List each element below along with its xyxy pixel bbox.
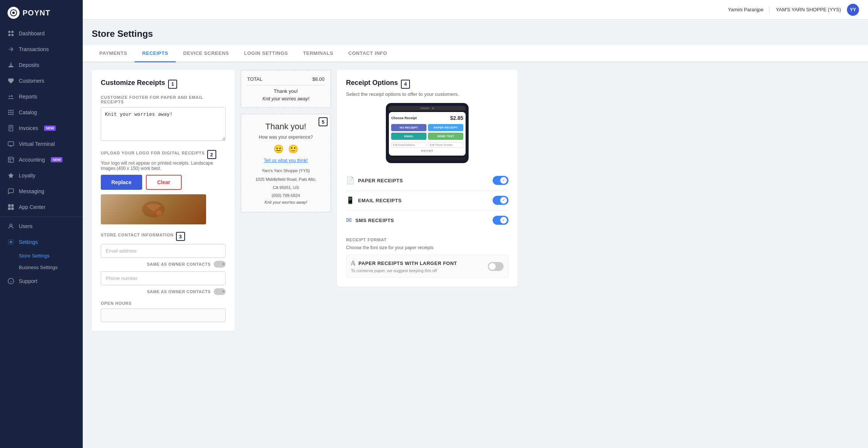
sidebar-item-app-center[interactable]: App Center bbox=[0, 199, 83, 215]
device-paper-btn[interactable]: PAPER RECEIPT bbox=[428, 124, 463, 131]
email-receipt-label: EMAIL RECEIPTS bbox=[358, 198, 402, 203]
upload-label: UPLOAD YOUR LOGO FOR DIGITAL RECEIPTS bbox=[101, 151, 205, 155]
svg-rect-7 bbox=[8, 98, 14, 99]
sidebar-item-users[interactable]: Users bbox=[0, 218, 83, 234]
replace-button[interactable]: Replace bbox=[101, 175, 142, 190]
svg-rect-21 bbox=[11, 204, 14, 207]
tab-login-settings[interactable]: LOGIN SETTINGS bbox=[237, 45, 296, 62]
email-receipt-toggle[interactable] bbox=[493, 196, 508, 205]
receipt-tell-us[interactable]: Tell us what you think! bbox=[247, 158, 325, 163]
page-content: Store Settings PAYMENTS RECEIPTS DEVICE … bbox=[83, 20, 868, 448]
step-badge-3: 3 bbox=[176, 232, 185, 241]
topbar-divider bbox=[769, 6, 770, 14]
footer-textarea[interactable]: Knit your worries away! bbox=[101, 107, 226, 141]
subnav-store-settings[interactable]: Store Settings bbox=[19, 250, 83, 262]
receipt-footer-preview: Knit your worries away! bbox=[247, 96, 325, 101]
device-brand: POYNT bbox=[391, 149, 463, 153]
same-as-phone-toggle[interactable] bbox=[214, 288, 226, 295]
tab-payments[interactable]: PAYMENTS bbox=[92, 45, 135, 62]
sidebar-label-loyalty: Loyalty bbox=[19, 173, 35, 179]
device-screen: Choose Receipt $2.85 NO RECEIPT PAPER RE… bbox=[389, 112, 466, 156]
sidebar-item-accounting[interactable]: Accounting new bbox=[0, 152, 83, 168]
store-contact-section: STORE CONTACT INFORMATION 3 SAME AS OWNE… bbox=[101, 232, 226, 295]
sidebar-logo: POYNT bbox=[0, 0, 83, 26]
sidebar-item-settings[interactable]: Settings bbox=[0, 234, 83, 250]
receipt-total-amount: $8.00 bbox=[312, 76, 325, 82]
email-input[interactable] bbox=[101, 244, 226, 258]
customize-title: Customize Receipts bbox=[101, 79, 165, 87]
face-happy: 🙂 bbox=[288, 144, 298, 154]
face-neutral: 😐 bbox=[273, 144, 284, 154]
sidebar-item-catalog[interactable]: Catalog bbox=[0, 104, 83, 120]
svg-rect-2 bbox=[8, 31, 10, 33]
svg-rect-16 bbox=[12, 114, 14, 115]
sidebar-item-deposits[interactable]: Deposits bbox=[0, 57, 83, 73]
sms-receipt-label: SMS RECEIPTS bbox=[355, 218, 394, 223]
device-edit-phone[interactable]: Edit Phone Number bbox=[428, 142, 463, 148]
device-no-receipt-btn[interactable]: NO RECEIPT bbox=[391, 124, 426, 131]
same-as-email-toggle[interactable] bbox=[214, 261, 226, 268]
sidebar-item-dashboard[interactable]: Dashboard bbox=[0, 26, 83, 41]
tab-terminals[interactable]: TERMINALS bbox=[296, 45, 341, 62]
format-subtext: To conserve paper, we suggest keeping th… bbox=[351, 268, 488, 273]
sidebar-label-catalog: Catalog bbox=[19, 109, 37, 115]
sidebar-item-virtual-terminal[interactable]: Virtual Terminal bbox=[0, 136, 83, 152]
tab-contact-info[interactable]: CONTACT INFO bbox=[341, 45, 395, 62]
receipt-experience: How was your experience? bbox=[247, 135, 325, 140]
svg-rect-8 bbox=[8, 110, 9, 111]
receipt-preview-1: TOTAL $8.00 Thank you! Knit your worries… bbox=[241, 70, 331, 108]
sidebar-item-messaging[interactable]: Messaging bbox=[0, 183, 83, 199]
svg-rect-19 bbox=[8, 157, 14, 162]
footer-label: CUSTOMIZE FOOTER FOR PAPER AND EMAIL REC… bbox=[101, 95, 226, 104]
phone-input[interactable] bbox=[101, 271, 226, 285]
svg-rect-10 bbox=[12, 110, 14, 111]
device-buttons: NO RECEIPT PAPER RECEIPT EMAIL SEND TEXT bbox=[391, 124, 463, 140]
receipt-total-label: TOTAL bbox=[247, 76, 263, 82]
sidebar-item-loyalty[interactable]: Loyalty bbox=[0, 168, 83, 183]
device-edit-email[interactable]: Edit Email Address bbox=[391, 142, 426, 148]
tab-receipts[interactable]: RECEIPTS bbox=[135, 45, 176, 62]
format-title: RECEIPT FORMAT bbox=[346, 238, 508, 242]
step-badge-1: 1 bbox=[168, 80, 177, 89]
format-row-left: 𝔸 PAPER RECEIPTS WITH LARGER FONT bbox=[351, 260, 488, 267]
svg-rect-18 bbox=[8, 142, 14, 146]
format-desc: Choose the font size for your paper rece… bbox=[346, 245, 508, 250]
sms-receipt-toggle[interactable] bbox=[493, 216, 508, 225]
device-send-text-btn[interactable]: SEND TEXT bbox=[428, 133, 463, 140]
topbar-avatar: YY bbox=[847, 4, 859, 16]
clear-button[interactable]: Clear bbox=[146, 175, 182, 190]
device-amount: $2.85 bbox=[450, 115, 463, 121]
subnav-business-settings[interactable]: Business Settings bbox=[19, 262, 83, 273]
svg-rect-11 bbox=[8, 112, 9, 113]
sidebar-label-users: Users bbox=[19, 223, 33, 229]
main-content: Yamini Paranjpe YAM'S YARN SHOPPE (YYS) … bbox=[83, 0, 868, 448]
format-row: 𝔸 PAPER RECEIPTS WITH LARGER FONT To con… bbox=[346, 255, 508, 278]
topbar-user: Yamini Paranjpe bbox=[728, 7, 763, 12]
receipt-options-title: Receipt Options bbox=[346, 79, 398, 87]
sidebar-label-transactions: Transactions bbox=[19, 46, 49, 52]
svg-rect-20 bbox=[8, 204, 11, 207]
svg-rect-23 bbox=[11, 207, 14, 210]
customize-receipts-panel: Customize Receipts 1 CUSTOMIZE FOOTER FO… bbox=[92, 70, 235, 331]
sidebar-item-invoices[interactable]: Invoices new bbox=[0, 120, 83, 136]
format-toggle[interactable] bbox=[488, 262, 504, 271]
receipt-address2: CA 95051, US bbox=[247, 185, 325, 191]
open-hours-section: OPEN HOURS bbox=[101, 301, 226, 322]
sidebar-item-reports[interactable]: Reports bbox=[0, 89, 83, 104]
svg-rect-13 bbox=[12, 112, 14, 113]
same-as-email-row: SAME AS OWNER CONTACTS bbox=[101, 261, 226, 268]
paper-receipt-toggle[interactable] bbox=[493, 176, 508, 185]
upload-section: UPLOAD YOUR LOGO FOR DIGITAL RECEIPTS 2 … bbox=[101, 150, 226, 224]
tab-device-screens[interactable]: DEVICE SCREENS bbox=[176, 45, 237, 62]
sidebar-item-support[interactable]: Support bbox=[0, 273, 83, 289]
toggle-row-sms: ✉ SMS RECEIPTS bbox=[346, 210, 508, 230]
sidebar-label-support: Support bbox=[19, 278, 37, 284]
sidebar-item-transactions[interactable]: Transactions bbox=[0, 41, 83, 57]
paper-receipt-icon: 📄 bbox=[346, 176, 354, 185]
sidebar-label-reports: Reports bbox=[19, 94, 37, 100]
svg-rect-5 bbox=[12, 34, 14, 36]
sidebar-item-customers[interactable]: Customers bbox=[0, 73, 83, 89]
device-email-btn[interactable]: EMAIL bbox=[391, 133, 426, 140]
accounting-badge: new bbox=[51, 157, 62, 162]
device-header: Choose Receipt $2.85 bbox=[391, 115, 463, 121]
